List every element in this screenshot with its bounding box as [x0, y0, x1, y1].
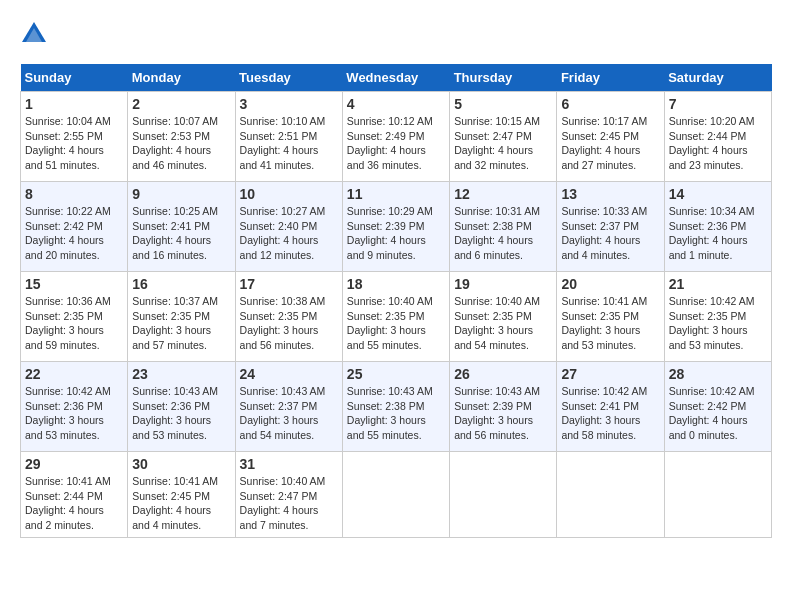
page-header — [20, 20, 772, 48]
calendar-cell: 17Sunrise: 10:38 AMSunset: 2:35 PMDaylig… — [235, 272, 342, 362]
calendar-cell: 5Sunrise: 10:15 AMSunset: 2:47 PMDayligh… — [450, 92, 557, 182]
day-info: Sunrise: 10:41 AMSunset: 2:35 PMDaylight… — [561, 294, 659, 353]
calendar-cell: 22Sunrise: 10:42 AMSunset: 2:36 PMDaylig… — [21, 362, 128, 452]
calendar-cell: 20Sunrise: 10:41 AMSunset: 2:35 PMDaylig… — [557, 272, 664, 362]
day-number: 31 — [240, 456, 338, 472]
calendar-cell — [342, 452, 449, 538]
day-number: 5 — [454, 96, 552, 112]
day-number: 17 — [240, 276, 338, 292]
day-info: Sunrise: 10:42 AMSunset: 2:42 PMDaylight… — [669, 384, 767, 443]
day-info: Sunrise: 10:22 AMSunset: 2:42 PMDaylight… — [25, 204, 123, 263]
calendar-table: SundayMondayTuesdayWednesdayThursdayFrid… — [20, 64, 772, 538]
calendar-week-row: 8Sunrise: 10:22 AMSunset: 2:42 PMDayligh… — [21, 182, 772, 272]
day-number: 3 — [240, 96, 338, 112]
day-number: 24 — [240, 366, 338, 382]
day-info: Sunrise: 10:43 AMSunset: 2:38 PMDaylight… — [347, 384, 445, 443]
day-number: 30 — [132, 456, 230, 472]
day-number: 16 — [132, 276, 230, 292]
day-info: Sunrise: 10:41 AMSunset: 2:45 PMDaylight… — [132, 474, 230, 533]
day-info: Sunrise: 10:27 AMSunset: 2:40 PMDaylight… — [240, 204, 338, 263]
day-info: Sunrise: 10:43 AMSunset: 2:36 PMDaylight… — [132, 384, 230, 443]
day-number: 11 — [347, 186, 445, 202]
calendar-cell: 19Sunrise: 10:40 AMSunset: 2:35 PMDaylig… — [450, 272, 557, 362]
day-number: 29 — [25, 456, 123, 472]
day-number: 25 — [347, 366, 445, 382]
day-info: Sunrise: 10:43 AMSunset: 2:37 PMDaylight… — [240, 384, 338, 443]
day-number: 14 — [669, 186, 767, 202]
header-tuesday: Tuesday — [235, 64, 342, 92]
day-number: 4 — [347, 96, 445, 112]
day-info: Sunrise: 10:43 AMSunset: 2:39 PMDaylight… — [454, 384, 552, 443]
logo — [20, 20, 52, 48]
calendar-week-row: 1Sunrise: 10:04 AMSunset: 2:55 PMDayligh… — [21, 92, 772, 182]
calendar-cell: 30Sunrise: 10:41 AMSunset: 2:45 PMDaylig… — [128, 452, 235, 538]
calendar-cell: 14Sunrise: 10:34 AMSunset: 2:36 PMDaylig… — [664, 182, 771, 272]
day-info: Sunrise: 10:15 AMSunset: 2:47 PMDaylight… — [454, 114, 552, 173]
day-number: 12 — [454, 186, 552, 202]
calendar-cell: 3Sunrise: 10:10 AMSunset: 2:51 PMDayligh… — [235, 92, 342, 182]
day-number: 19 — [454, 276, 552, 292]
calendar-cell: 25Sunrise: 10:43 AMSunset: 2:38 PMDaylig… — [342, 362, 449, 452]
day-number: 28 — [669, 366, 767, 382]
day-info: Sunrise: 10:25 AMSunset: 2:41 PMDaylight… — [132, 204, 230, 263]
calendar-cell: 16Sunrise: 10:37 AMSunset: 2:35 PMDaylig… — [128, 272, 235, 362]
calendar-cell: 13Sunrise: 10:33 AMSunset: 2:37 PMDaylig… — [557, 182, 664, 272]
day-number: 13 — [561, 186, 659, 202]
calendar-cell: 23Sunrise: 10:43 AMSunset: 2:36 PMDaylig… — [128, 362, 235, 452]
calendar-cell — [450, 452, 557, 538]
day-info: Sunrise: 10:34 AMSunset: 2:36 PMDaylight… — [669, 204, 767, 263]
day-info: Sunrise: 10:41 AMSunset: 2:44 PMDaylight… — [25, 474, 123, 533]
day-info: Sunrise: 10:10 AMSunset: 2:51 PMDaylight… — [240, 114, 338, 173]
day-number: 2 — [132, 96, 230, 112]
calendar-cell: 12Sunrise: 10:31 AMSunset: 2:38 PMDaylig… — [450, 182, 557, 272]
day-info: Sunrise: 10:04 AMSunset: 2:55 PMDaylight… — [25, 114, 123, 173]
calendar-cell: 1Sunrise: 10:04 AMSunset: 2:55 PMDayligh… — [21, 92, 128, 182]
calendar-cell: 11Sunrise: 10:29 AMSunset: 2:39 PMDaylig… — [342, 182, 449, 272]
day-info: Sunrise: 10:42 AMSunset: 2:35 PMDaylight… — [669, 294, 767, 353]
calendar-cell: 24Sunrise: 10:43 AMSunset: 2:37 PMDaylig… — [235, 362, 342, 452]
calendar-cell: 9Sunrise: 10:25 AMSunset: 2:41 PMDayligh… — [128, 182, 235, 272]
day-info: Sunrise: 10:12 AMSunset: 2:49 PMDaylight… — [347, 114, 445, 173]
header-friday: Friday — [557, 64, 664, 92]
calendar-week-row: 15Sunrise: 10:36 AMSunset: 2:35 PMDaylig… — [21, 272, 772, 362]
calendar-cell: 18Sunrise: 10:40 AMSunset: 2:35 PMDaylig… — [342, 272, 449, 362]
day-info: Sunrise: 10:40 AMSunset: 2:35 PMDaylight… — [454, 294, 552, 353]
calendar-week-row: 29Sunrise: 10:41 AMSunset: 2:44 PMDaylig… — [21, 452, 772, 538]
day-number: 20 — [561, 276, 659, 292]
day-info: Sunrise: 10:07 AMSunset: 2:53 PMDaylight… — [132, 114, 230, 173]
day-info: Sunrise: 10:38 AMSunset: 2:35 PMDaylight… — [240, 294, 338, 353]
day-info: Sunrise: 10:17 AMSunset: 2:45 PMDaylight… — [561, 114, 659, 173]
day-info: Sunrise: 10:20 AMSunset: 2:44 PMDaylight… — [669, 114, 767, 173]
day-number: 22 — [25, 366, 123, 382]
header-thursday: Thursday — [450, 64, 557, 92]
calendar-cell: 31Sunrise: 10:40 AMSunset: 2:47 PMDaylig… — [235, 452, 342, 538]
day-number: 7 — [669, 96, 767, 112]
calendar-cell: 4Sunrise: 10:12 AMSunset: 2:49 PMDayligh… — [342, 92, 449, 182]
day-info: Sunrise: 10:42 AMSunset: 2:36 PMDaylight… — [25, 384, 123, 443]
day-info: Sunrise: 10:42 AMSunset: 2:41 PMDaylight… — [561, 384, 659, 443]
calendar-cell: 21Sunrise: 10:42 AMSunset: 2:35 PMDaylig… — [664, 272, 771, 362]
day-number: 23 — [132, 366, 230, 382]
calendar-cell: 29Sunrise: 10:41 AMSunset: 2:44 PMDaylig… — [21, 452, 128, 538]
calendar-cell: 10Sunrise: 10:27 AMSunset: 2:40 PMDaylig… — [235, 182, 342, 272]
day-number: 10 — [240, 186, 338, 202]
day-info: Sunrise: 10:37 AMSunset: 2:35 PMDaylight… — [132, 294, 230, 353]
day-number: 9 — [132, 186, 230, 202]
day-number: 18 — [347, 276, 445, 292]
header-sunday: Sunday — [21, 64, 128, 92]
calendar-week-row: 22Sunrise: 10:42 AMSunset: 2:36 PMDaylig… — [21, 362, 772, 452]
day-number: 27 — [561, 366, 659, 382]
calendar-cell: 7Sunrise: 10:20 AMSunset: 2:44 PMDayligh… — [664, 92, 771, 182]
day-number: 26 — [454, 366, 552, 382]
calendar-cell: 6Sunrise: 10:17 AMSunset: 2:45 PMDayligh… — [557, 92, 664, 182]
calendar-header-row: SundayMondayTuesdayWednesdayThursdayFrid… — [21, 64, 772, 92]
day-info: Sunrise: 10:33 AMSunset: 2:37 PMDaylight… — [561, 204, 659, 263]
calendar-cell: 26Sunrise: 10:43 AMSunset: 2:39 PMDaylig… — [450, 362, 557, 452]
calendar-cell: 28Sunrise: 10:42 AMSunset: 2:42 PMDaylig… — [664, 362, 771, 452]
day-info: Sunrise: 10:31 AMSunset: 2:38 PMDaylight… — [454, 204, 552, 263]
header-saturday: Saturday — [664, 64, 771, 92]
logo-icon — [20, 20, 48, 48]
day-info: Sunrise: 10:29 AMSunset: 2:39 PMDaylight… — [347, 204, 445, 263]
day-info: Sunrise: 10:40 AMSunset: 2:47 PMDaylight… — [240, 474, 338, 533]
header-monday: Monday — [128, 64, 235, 92]
